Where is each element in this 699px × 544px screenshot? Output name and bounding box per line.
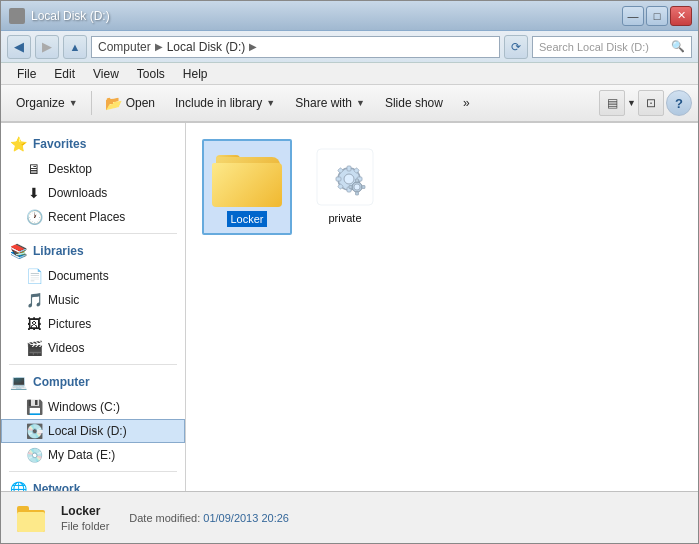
open-label: Open: [126, 96, 155, 110]
close-button[interactable]: ✕: [670, 6, 692, 26]
open-button[interactable]: 📂 Open: [96, 88, 164, 118]
sidebar-favorites-header[interactable]: ⭐ Favorites: [1, 131, 185, 157]
status-modified-label: Date modified: 01/09/2013 20:26: [129, 512, 289, 524]
windows-c-icon: 💾: [26, 399, 42, 415]
window-title: Local Disk (D:): [31, 9, 110, 23]
address-sep2: ▶: [249, 41, 257, 52]
sidebar-item-documents[interactable]: 📄 Documents: [1, 264, 185, 288]
forward-button[interactable]: ▶: [35, 35, 59, 59]
private-label: private: [328, 211, 361, 225]
downloads-icon: ⬇: [26, 185, 42, 201]
desktop-icon: 🖥: [26, 161, 42, 177]
view-dropdown-icon: ▼: [627, 98, 636, 108]
menu-view[interactable]: View: [85, 65, 127, 83]
sidebar-computer-header[interactable]: 💻 Computer: [1, 369, 185, 395]
computer-label: Computer: [33, 375, 90, 389]
refresh-button[interactable]: ⟳: [504, 35, 528, 59]
file-item-private[interactable]: private: [300, 139, 390, 235]
divider-1: [9, 233, 177, 234]
computer-icon: 💻: [9, 373, 27, 391]
title-buttons: — □ ✕: [622, 6, 692, 26]
status-folder-icon: [13, 500, 49, 536]
maximize-button[interactable]: □: [646, 6, 668, 26]
pictures-icon: 🖼: [26, 316, 42, 332]
status-bar: Locker File folder Date modified: 01/09/…: [1, 491, 698, 543]
music-icon: 🎵: [26, 292, 42, 308]
file-item-locker[interactable]: Locker: [202, 139, 292, 235]
divider-2: [9, 364, 177, 365]
share-with-label: Share with: [295, 96, 352, 110]
menu-help[interactable]: Help: [175, 65, 216, 83]
sidebar-item-music[interactable]: 🎵 Music: [1, 288, 185, 312]
sidebar-network-header[interactable]: 🌐 Network: [1, 476, 185, 491]
sidebar-section-favorites: ⭐ Favorites 🖥 Desktop ⬇ Downloads 🕐 Rece…: [1, 131, 185, 229]
gear-icon: [315, 147, 375, 207]
help-button[interactable]: ?: [666, 90, 692, 116]
status-item-detail: File folder: [61, 520, 109, 532]
network-icon: 🌐: [9, 480, 27, 491]
more-label: »: [463, 96, 470, 110]
include-library-dropdown-icon: ▼: [266, 98, 275, 108]
videos-icon: 🎬: [26, 340, 42, 356]
slideshow-button[interactable]: Slide show: [376, 88, 452, 118]
private-icon-container: [310, 147, 380, 207]
pictures-label: Pictures: [48, 317, 91, 331]
my-data-e-label: My Data (E:): [48, 448, 115, 462]
sidebar-section-libraries: 📚 Libraries 📄 Documents 🎵 Music 🖼 Pictur…: [1, 238, 185, 360]
svg-rect-19: [17, 506, 29, 512]
address-drive: Local Disk (D:): [167, 40, 246, 54]
menu-file[interactable]: File: [9, 65, 44, 83]
divider-3: [9, 471, 177, 472]
svg-rect-13: [356, 179, 359, 182]
address-bar[interactable]: Computer ▶ Local Disk (D:) ▶: [91, 36, 500, 58]
up-button[interactable]: ▲: [63, 35, 87, 59]
minimize-button[interactable]: —: [622, 6, 644, 26]
organize-button[interactable]: Organize ▼: [7, 88, 87, 118]
menu-edit[interactable]: Edit: [46, 65, 83, 83]
address-computer: Computer: [98, 40, 151, 54]
menu-tools[interactable]: Tools: [129, 65, 173, 83]
share-with-button[interactable]: Share with ▼: [286, 88, 374, 118]
sidebar-section-network: 🌐 Network: [1, 476, 185, 491]
sidebar-item-pictures[interactable]: 🖼 Pictures: [1, 312, 185, 336]
search-bar[interactable]: Search Local Disk (D:) 🔍: [532, 36, 692, 58]
sidebar: ⭐ Favorites 🖥 Desktop ⬇ Downloads 🕐 Rece…: [1, 123, 186, 491]
open-icon: 📂: [105, 95, 122, 111]
sidebar-item-my-data-e[interactable]: 💿 My Data (E:): [1, 443, 185, 467]
include-library-button[interactable]: Include in library ▼: [166, 88, 284, 118]
sidebar-item-recent-places[interactable]: 🕐 Recent Places: [1, 205, 185, 229]
documents-icon: 📄: [26, 268, 42, 284]
recent-places-icon: 🕐: [26, 209, 42, 225]
libraries-label: Libraries: [33, 244, 84, 258]
svg-rect-16: [362, 186, 365, 189]
sidebar-item-windows-c[interactable]: 💾 Windows (C:): [1, 395, 185, 419]
view-buttons: ▤ ▼ ⊡ ?: [599, 90, 692, 116]
sidebar-libraries-header[interactable]: 📚 Libraries: [1, 238, 185, 264]
menu-bar: File Edit View Tools Help: [1, 63, 698, 85]
windows-c-label: Windows (C:): [48, 400, 120, 414]
svg-point-2: [344, 174, 354, 184]
modified-text: Date modified:: [129, 512, 200, 524]
back-button[interactable]: ◀: [7, 35, 31, 59]
title-bar: Local Disk (D:) — □ ✕: [1, 1, 698, 31]
sidebar-item-videos[interactable]: 🎬 Videos: [1, 336, 185, 360]
network-label: Network: [33, 482, 80, 491]
favorites-label: Favorites: [33, 137, 86, 151]
sidebar-item-local-d[interactable]: 💽 Local Disk (D:): [1, 419, 185, 443]
more-button[interactable]: »: [454, 88, 479, 118]
svg-rect-5: [336, 177, 341, 181]
toolbar: Organize ▼ 📂 Open Include in library ▼ S…: [1, 85, 698, 123]
share-dropdown-icon: ▼: [356, 98, 365, 108]
window-icon: [9, 8, 25, 24]
status-item-name: Locker: [61, 504, 109, 518]
view-pane-icon: ⊡: [646, 96, 656, 110]
svg-rect-20: [17, 512, 45, 532]
main-content: ⭐ Favorites 🖥 Desktop ⬇ Downloads 🕐 Rece…: [1, 123, 698, 491]
window: Local Disk (D:) — □ ✕ ◀ ▶ ▲ Computer ▶ L…: [0, 0, 699, 544]
view-pane-button[interactable]: ⊡: [638, 90, 664, 116]
include-library-label: Include in library: [175, 96, 262, 110]
sidebar-item-desktop[interactable]: 🖥 Desktop: [1, 157, 185, 181]
sidebar-item-downloads[interactable]: ⬇ Downloads: [1, 181, 185, 205]
favorites-icon: ⭐: [9, 135, 27, 153]
view-layout-button[interactable]: ▤: [599, 90, 625, 116]
